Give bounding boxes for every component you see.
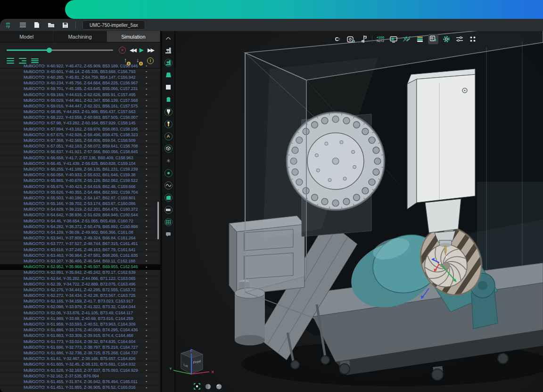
- tool-icon[interactable]: [163, 119, 173, 129]
- gcode-row[interactable]: MultiGOTO: X-56.658, Y-41.7, Z-57.136, B…: [0, 155, 160, 161]
- gcode-row[interactable]: MultiGOTO: X-52.06, Y-33.876, Z-41.105, …: [0, 310, 160, 316]
- stop-button[interactable]: ✕: [119, 47, 126, 54]
- gcode-row[interactable]: MultiGOTO: X-59.169, Y-44.615, Z-62.626,…: [0, 92, 160, 98]
- gcode-row[interactable]: MultiGOTO: X-56.255, Y-41.189, Z-56.135,…: [0, 166, 160, 172]
- gcode-row[interactable]: MultiGOTO: X-51.528, Y-32.163, Z-37.537,…: [0, 368, 160, 373]
- stock-box-icon[interactable]: [163, 143, 173, 154]
- gcode-row[interactable]: MultiGOTO: X-59.701, Y-45.185, Z-63.645,…: [0, 86, 160, 92]
- tab-model[interactable]: Model: [0, 31, 53, 42]
- next-block-button[interactable]: +1G0 N2T2: [375, 34, 386, 44]
- tab-machining[interactable]: Machining: [53, 31, 107, 42]
- gcode-row[interactable]: MultiGOTO: X-55.865, Y-40.678, Z-55.126,…: [0, 178, 160, 184]
- notes-icon[interactable]: [163, 229, 173, 239]
- machine-3d-scene[interactable]: [175, 31, 543, 392]
- gcode-row[interactable]: MultiGOTO: X-51.451, Y-31.855, Z-36.905,…: [0, 385, 160, 391]
- rendered-view-icon[interactable]: [215, 383, 222, 390]
- fit-view-icon[interactable]: [193, 383, 201, 390]
- machine-simulation-icon[interactable]: [163, 57, 173, 68]
- gcode-row[interactable]: MultiGOTO: X-51.773, Y-33.024, Z-39.32, …: [0, 339, 160, 344]
- gcode-row[interactable]: MultiGOTO: X-57.98, Y-43.282, Z-60.164, …: [0, 121, 160, 126]
- gcode-row[interactable]: MultiGOTO: X-53.618, Y-37.245, Z-48.163,…: [0, 247, 160, 253]
- gcode-row[interactable]: MultiGOTO: X-54.642, Y-38.936, Z-51.629,…: [0, 212, 160, 218]
- gcode-row[interactable]: MultiGOTO: X-59.016, Y-44.447, Z-62.321,…: [0, 103, 160, 109]
- gcode-row[interactable]: MultiGOTO: X-52.64, Y-35.282, Z-44.066, …: [0, 276, 160, 281]
- simulation-progress-slider[interactable]: [7, 49, 113, 51]
- simulation-settings-gear-icon[interactable]: [441, 34, 452, 44]
- gcode-row[interactable]: MultiGOTO: X-57.894, Y-43.182, Z-59.976,…: [0, 126, 160, 132]
- gcode-row[interactable]: MultiGOTO: X-51.886, Y-33.378, Z-40.059,…: [0, 327, 160, 333]
- gcode-row-selected[interactable]: MultiGOTO: X-52.952, Y-35.968, Z-45.507,…: [0, 264, 160, 270]
- gcode-row[interactable]: MultiGOTO: Y-32.162, Z-37.535, B76.094•: [0, 373, 160, 379]
- gcode-row[interactable]: MultiGOTO: X-57.675, Y-42.928, Z-59.496,…: [0, 132, 160, 138]
- new-document-icon[interactable]: [33, 21, 41, 29]
- gcode-row[interactable]: MultiGOTO: X-57.051, Y-42.183, Z-58.072,…: [0, 144, 160, 149]
- gcode-row[interactable]: MultiGOTO: X-56.837, Y-41.921, Z-57.566,…: [0, 149, 160, 155]
- gcode-row[interactable]: MultiGOTO: X-51.686, Y-32.738, Z-38.725,…: [0, 350, 160, 356]
- machine-icon[interactable]: [163, 45, 173, 56]
- gcode-row[interactable]: MultiGOTO: X-53.207, Y-36.466, Z-46.544,…: [0, 258, 160, 264]
- gcode-row[interactable]: MultiGOTO: X-51.605, Y-32.45, Z-38.131, …: [0, 362, 160, 368]
- view-cube[interactable]: Z Y X Lat Front: [167, 346, 219, 385]
- gcode-row[interactable]: MultiGOTO: X-51.959, Y-33.593, Z-40.51, …: [0, 321, 160, 327]
- follow-tool-button[interactable]: [428, 34, 438, 44]
- gcode-row[interactable]: MultiGOTO: X-52.272, Y-34.434, Z-42.28, …: [0, 293, 160, 299]
- gcode-row[interactable]: MultiGOTO: X-53.777, Y-37.527, Z-48.744,…: [0, 241, 160, 247]
- caliper-icon[interactable]: [359, 34, 369, 44]
- gcode-row[interactable]: MultiGOTO: X-54.109, Y-38.09, Z-49.902, …: [0, 229, 160, 235]
- fixture-icon[interactable]: A: [163, 131, 173, 141]
- gcode-row[interactable]: MultiGOTO: X-52.165, Y-34.159, Z-41.7, B…: [0, 299, 160, 304]
- gcode-row[interactable]: MultiGOTO: X-60.285, Y-45.81, Z-64.759, …: [0, 74, 160, 80]
- gcode-row[interactable]: MultiGOTO: X-57.368, Y-42.565, Z-58.806,…: [0, 138, 160, 143]
- gcode-row[interactable]: MultiGOTO: X-51.61, Y-32.467, Z-38.166, …: [0, 356, 160, 362]
- machine-state-icon[interactable]: [388, 34, 399, 44]
- stock-layers-icon[interactable]: [415, 34, 425, 44]
- gcode-row[interactable]: MultiGOTO: X-53.463, Y-36.964, Z-47.581,…: [0, 253, 160, 258]
- gcode-row[interactable]: MultiGOTO: X-60.234, Y-45.756, Z-64.664,…: [0, 81, 160, 86]
- gcode-row[interactable]: MultiGOTO: X-55.166, Y-39.702, Z-53.174,…: [0, 201, 160, 207]
- gcode-row[interactable]: MultiGOTO: X-51.455, Y-31.874, Z-36.942,…: [0, 379, 160, 384]
- layout-grid-icon[interactable]: [468, 34, 478, 44]
- gcode-row[interactable]: MultiGOTO: X-51.863, Y-33.309, Z-39.915,…: [0, 333, 160, 339]
- gcode-row[interactable]: MultiGOTO: X-60.922, Y-46.472, Z-65.909,…: [0, 63, 160, 69]
- cylinder-icon[interactable]: [163, 204, 173, 215]
- gcode-row[interactable]: MultiGOTO: X-58.85, Y-44.263, Z-61.986, …: [0, 109, 160, 115]
- measure-tape-icon[interactable]: [346, 34, 356, 44]
- stock-icon[interactable]: [163, 94, 173, 105]
- curve-icon[interactable]: [163, 180, 173, 190]
- tool-holder-icon[interactable]: [163, 106, 173, 117]
- machine-3d-viewport[interactable]: C: +1G0 N2T2: [175, 31, 543, 392]
- shaded-view-icon[interactable]: [204, 383, 212, 390]
- chips-icon[interactable]: ✳: [163, 155, 173, 166]
- point-icon[interactable]: [163, 168, 173, 178]
- play-button[interactable]: ▶: [140, 47, 144, 53]
- mesh-icon[interactable]: [163, 217, 173, 227]
- tab-simulation[interactable]: Simulation: [107, 31, 160, 42]
- list-detailed-icon[interactable]: [31, 58, 39, 63]
- gcode-row[interactable]: MultiGOTO: X-53.941, Y-37.808, Z-49.324,…: [0, 236, 160, 241]
- gcode-row[interactable]: MultiGOTO: X-54.46, Y-38.654, Z-51.055, …: [0, 218, 160, 224]
- gcode-row[interactable]: MultiGOTO: X-55.626, Y-40.355, Z-54.484,…: [0, 189, 160, 195]
- toolpath-trace-icon[interactable]: [402, 34, 412, 44]
- gcode-row[interactable]: MultiGOTO: X-54.829, Y-39.219, Z-52.201,…: [0, 207, 160, 212]
- gcode-row[interactable]: MultiGOTO: X-52.891, Y-35.842, Z-45.242,…: [0, 270, 160, 276]
- rewind-button[interactable]: ◀◀: [130, 47, 136, 53]
- gcode-row[interactable]: MultiGOTO: X-55.503, Y-40.186, Z-54.147,…: [0, 195, 160, 201]
- fast-forward-button[interactable]: ▶▶: [148, 47, 154, 53]
- workpiece-icon[interactable]: [163, 82, 173, 92]
- gcode-row[interactable]: MultiGOTO: X-56.058, Y-40.933, Z-55.632,…: [0, 172, 160, 178]
- collapse-icon[interactable]: [163, 33, 173, 43]
- gcode-row[interactable]: MultiGOTO: X-55.676, Y-40.423, Z-54.619,…: [0, 184, 160, 189]
- gcode-row[interactable]: MultiGOTO: X-60.601, Y-46.14, Z-65.335, …: [0, 69, 160, 74]
- gcode-row[interactable]: MultiGOTO: X-59.029, Y-44.461, Z-62.347,…: [0, 98, 160, 103]
- gcode-row[interactable]: MultiGOTO: X-52.098, Y-33.979, Z-41.322,…: [0, 304, 160, 310]
- slider-thumb[interactable]: [47, 48, 52, 53]
- open-document-icon[interactable]: [47, 21, 55, 29]
- menu-icon[interactable]: [19, 21, 26, 29]
- gcode-row[interactable]: MultiGOTO: X-51.989, Y-33.68, Z-40.69, B…: [0, 316, 160, 321]
- gcode-row[interactable]: MultiGOTO: X-52.275, Y-34.441, Z-42.295,…: [0, 287, 160, 293]
- save-document-icon[interactable]: [61, 21, 69, 29]
- gcode-row[interactable]: MultiGOTO: X-56.45, Y-41.439, Z-56.625, …: [0, 161, 160, 166]
- surface-icon[interactable]: [163, 192, 173, 203]
- list-scrollbar[interactable]: [157, 202, 159, 239]
- gcode-row[interactable]: MultiGOTO: X-54.282, Y-38.372, Z-50.479,…: [0, 224, 160, 229]
